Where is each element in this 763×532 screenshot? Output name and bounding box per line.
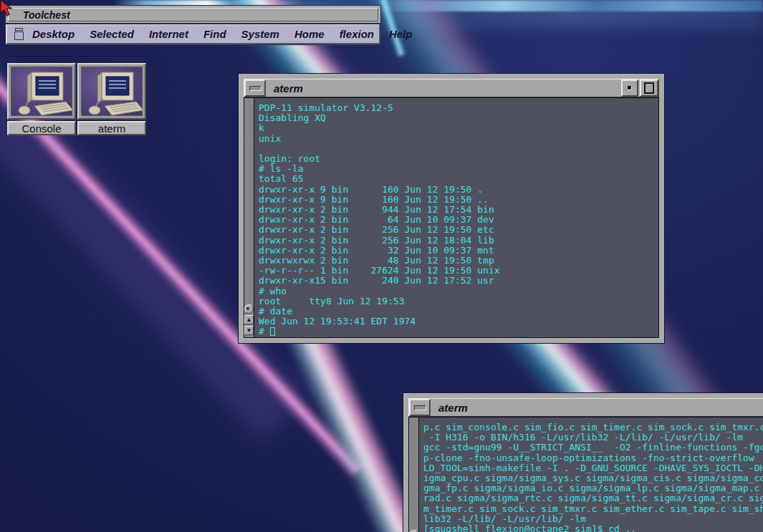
terminal-line: unix <box>259 134 656 144</box>
desktop-icon-label: Console <box>7 121 76 135</box>
terminal-client: p.c sim_console.c sim_fio.c sim_timer.c … <box>408 417 763 532</box>
toolchest-title: Toolchest <box>9 9 70 21</box>
mouse-pointer-icon <box>0 0 14 19</box>
minimize-icon <box>628 86 632 90</box>
terminal-line: # ls -la <box>259 164 656 174</box>
scrollbar[interactable] <box>409 417 419 532</box>
desktop-icon-console[interactable]: Console <box>7 63 76 135</box>
window-title: aterm <box>274 82 621 95</box>
terminal-line: LD_TOOL=simh-makefile -I . -D_GNU_SOURCE… <box>423 463 763 473</box>
terminal-line: drwxr-xr-x 2 bin 32 Jun 10 09:37 mnt <box>259 246 656 256</box>
terminal-line: # who <box>259 286 656 296</box>
terminal-line: drwxr-xr-x 2 bin 256 Jun 12 19:50 etc <box>259 225 656 235</box>
scrollbar-buttons <box>244 304 254 335</box>
minimize-button[interactable] <box>621 79 638 97</box>
terminal-prompt-line: # <box>259 327 656 337</box>
terminal-line: gcc -std=gnu99 -U__STRICT_ANSI__ -O2 -fi… <box>423 442 763 453</box>
scrollbar-knob-icon[interactable] <box>244 304 254 314</box>
terminal-line: [sgugshell flexion@octane2 sim]$ cd .. <box>423 524 763 532</box>
toolchest-menu-item[interactable]: System <box>241 28 279 40</box>
desktop-icon-aterm[interactable]: aterm <box>77 63 146 135</box>
window-titlebar[interactable]: aterm <box>408 398 763 417</box>
terminal-line: -I H316 -o BIN/h316 -L/usr/lib32 -L/lib/… <box>423 432 763 442</box>
toolchest-menubar: DesktopSelectedInternetFindSystemHomefle… <box>6 24 380 44</box>
terminal-line: drwxr-xr-x 2 bin 256 Jun 12 18:04 lib <box>259 236 656 246</box>
terminal-line: drwxr-xr-x 2 bin 64 Jun 10 09:37 dev <box>259 215 656 225</box>
terminal-line: drwxr-xr-x15 bin 240 Jun 12 17:52 usr <box>259 276 656 286</box>
terminal-line: gma_fp.c sigma/sigma_io.c sigma/sigma_lp… <box>423 483 763 493</box>
window-menu-button[interactable] <box>409 399 431 416</box>
scrollbar[interactable] <box>244 98 254 337</box>
terminal-line: drwxr-xr-x 2 bin 944 Jun 12 17:54 bin <box>259 205 656 215</box>
terminal-line: PDP-11 simulator V3.12-5 <box>259 103 656 113</box>
toolchest-menu-item[interactable]: Home <box>294 28 325 40</box>
terminal-screen[interactable]: PDP-11 simulator V3.12-5Disabling XQkuni… <box>254 98 658 337</box>
toolchest-titlebar[interactable]: Toolchest <box>6 6 380 24</box>
terminal-line: root tty8 Jun 12 19:53 <box>259 296 656 306</box>
terminal-client: PDP-11 simulator V3.12-5Disabling XQkuni… <box>244 97 659 338</box>
terminal-line: Disabling XQ <box>259 113 656 123</box>
scroll-down-icon[interactable] <box>244 326 254 335</box>
toolchest-menu-item[interactable]: Find <box>203 28 226 40</box>
toolchest-menu-item[interactable]: Desktop <box>32 28 75 40</box>
toolchest-menu-item[interactable]: Selected <box>90 28 134 40</box>
terminal-line: # date <box>259 306 656 316</box>
toolchest-menu-item[interactable]: flexion <box>340 28 374 40</box>
toolchest-menu-item[interactable]: Help <box>389 28 413 40</box>
window-titlebar[interactable]: aterm <box>244 79 659 97</box>
maximize-icon <box>644 82 654 94</box>
window-title: aterm <box>438 402 763 414</box>
computer-icon <box>82 67 146 120</box>
window-menu-icon <box>414 405 426 410</box>
desktop-icon-row: Console aterm <box>7 63 146 135</box>
terminal-line: drwxr-xr-x 9 bin 160 Jun 12 19:50 . <box>259 185 656 195</box>
desktop-icon-label: aterm <box>77 121 146 135</box>
aterm-window-1: aterm PDP-11 simulator V3.12-5Disabling … <box>239 74 664 343</box>
terminal-line: m_timer.c sim_sock.c sim_tmxr.c sim_ethe… <box>423 504 763 514</box>
terminal-line: drwxrwxrwx 2 bin 48 Jun 12 19:50 tmp <box>259 256 656 266</box>
terminal-line: login: root <box>259 154 656 164</box>
text-cursor <box>270 327 275 336</box>
terminal-line: rad.c sigma/sigma_rtc.c sigma/sigma_tt.c… <box>423 493 763 503</box>
terminal-line: lib32 -L/lib/ -L/usr/lib/ -lm <box>423 514 763 524</box>
computer-icon <box>11 67 76 120</box>
maximize-button[interactable] <box>640 79 658 97</box>
window-menu-icon <box>249 86 261 91</box>
window-frame[interactable]: aterm p.c sim_console.c sim_fio.c sim_ti… <box>403 393 763 532</box>
terminal-line: -rw-r--r-- 1 bin 27624 Jun 12 19:50 unix <box>259 266 656 276</box>
toolchest-window: Toolchest DesktopSelectedInternetFindSys… <box>6 6 380 44</box>
terminal-line <box>259 144 656 154</box>
terminal-line: total 65 <box>259 174 656 184</box>
terminal-line: k <box>259 123 656 133</box>
window-frame[interactable]: aterm PDP-11 simulator V3.12-5Disabling … <box>239 74 664 343</box>
aterm-window-2: aterm p.c sim_console.c sim_fio.c sim_ti… <box>403 393 763 532</box>
toolchest-menu-item[interactable]: Internet <box>149 28 188 40</box>
terminal-screen[interactable]: p.c sim_console.c sim_fio.c sim_timer.c … <box>419 417 763 532</box>
terminal-line: igma_cpu.c sigma/sigma_sys.c sigma/sigma… <box>423 473 763 483</box>
terminal-line: p.c sim_console.c sim_fio.c sim_timer.c … <box>423 422 763 432</box>
scroll-up-icon[interactable] <box>244 315 254 324</box>
terminal-line: Wed Jun 12 19:53:41 EDT 1974 <box>259 316 656 327</box>
terminal-line: drwxr-xr-x 9 bin 160 Jun 12 19:50 .. <box>259 195 656 205</box>
terminal-line: p-clone -fno-unsafe-loop-optimizations -… <box>423 453 763 463</box>
window-menu-button[interactable] <box>244 79 266 97</box>
